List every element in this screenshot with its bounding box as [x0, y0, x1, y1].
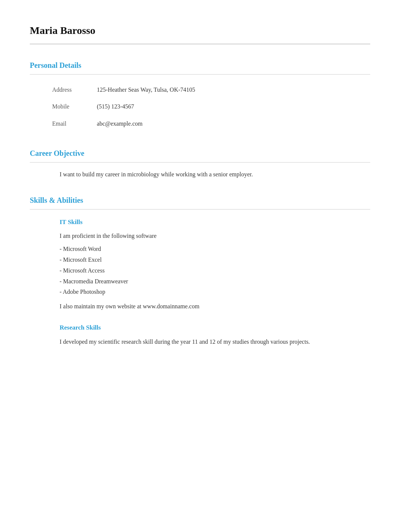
address-label: Address: [52, 81, 97, 98]
table-row: Address 125-Heather Seas Way, Tulsa, OK-…: [52, 81, 393, 98]
it-skills-subsection: IT Skills I am proficient in the followi…: [60, 217, 370, 312]
email-label: Email: [52, 115, 97, 132]
address-value: 125-Heather Seas Way, Tulsa, OK-74105: [97, 81, 393, 98]
mobile-value: (515) 123-4567: [97, 98, 393, 115]
list-item: - Microsoft Access: [60, 265, 370, 276]
career-objective-section: Career Objective I want to build my care…: [30, 147, 370, 179]
personal-details-divider: [30, 74, 370, 75]
research-skills-title: Research Skills: [60, 322, 370, 333]
skills-abilities-section: Skills & Abilities IT Skills I am profic…: [30, 194, 370, 347]
it-skills-outro: I also maintain my own website at www.do…: [60, 301, 370, 311]
personal-details-table: Address 125-Heather Seas Way, Tulsa, OK-…: [52, 81, 393, 132]
it-skills-intro: I am proficient in the following softwar…: [60, 231, 370, 241]
personal-details-title: Personal Details: [30, 59, 370, 71]
skills-abilities-title: Skills & Abilities: [30, 194, 370, 206]
list-item: - Macromedia Dreamweaver: [60, 276, 370, 287]
mobile-label: Mobile: [52, 98, 97, 115]
career-objective-divider: [30, 162, 370, 163]
skills-abilities-divider: [30, 209, 370, 210]
research-skills-text: I developed my scientific research skill…: [60, 337, 370, 347]
it-skills-title: IT Skills: [60, 217, 370, 227]
table-row: Mobile (515) 123-4567: [52, 98, 393, 115]
list-item: - Adobe Photoshop: [60, 287, 370, 298]
career-objective-text: I want to build my career in microbiolog…: [60, 169, 370, 179]
personal-details-section: Personal Details Address 125-Heather Sea…: [30, 59, 370, 132]
list-item: - Microsoft Word: [60, 244, 370, 255]
list-item: - Microsoft Excel: [60, 255, 370, 265]
table-row: Email abc@example.com: [52, 115, 393, 132]
career-objective-title: Career Objective: [30, 147, 370, 159]
resume-name: Maria Barosso: [30, 22, 370, 44]
it-skills-list: - Microsoft Word - Microsoft Excel - Mic…: [60, 244, 370, 298]
research-skills-subsection: Research Skills I developed my scientifi…: [60, 322, 370, 346]
email-value: abc@example.com: [97, 115, 393, 132]
